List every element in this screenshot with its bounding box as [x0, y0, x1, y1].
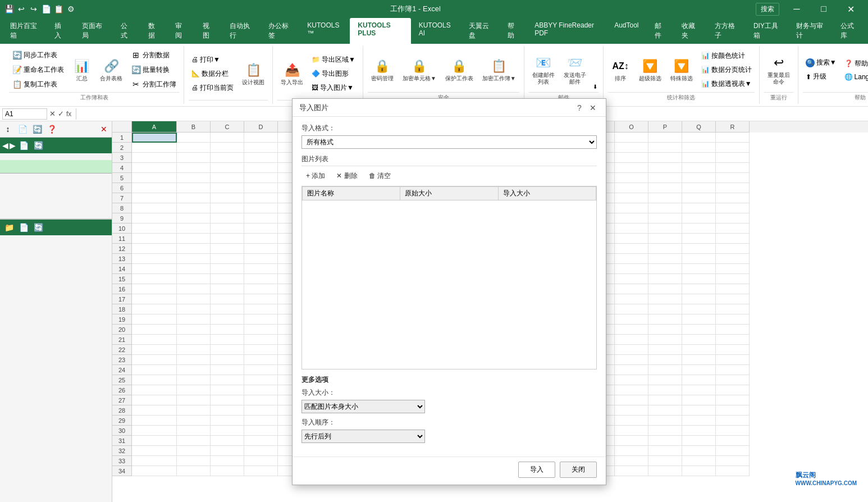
merge-table-button[interactable]: 🔗 合并表格 — [97, 55, 126, 84]
cell[interactable] — [177, 133, 211, 143]
cell[interactable] — [682, 395, 716, 405]
copy-sheet-button[interactable]: 📋 复制工作表 — [9, 77, 67, 91]
cell[interactable] — [132, 133, 177, 143]
tab-kutools-ai[interactable]: KUTOOLS AI — [411, 18, 461, 44]
clear-images-button[interactable]: 🗑 清空 — [364, 170, 395, 182]
import-format-select-wrapper[interactable]: 所有格式 — [301, 135, 597, 149]
cell[interactable] — [716, 395, 750, 405]
cell[interactable] — [244, 416, 278, 426]
tab-mail[interactable]: 邮件 — [647, 18, 674, 44]
cell[interactable] — [244, 436, 278, 446]
cell[interactable] — [211, 426, 244, 436]
tab-tianyiyun[interactable]: 天翼云盘 — [461, 18, 500, 44]
cell[interactable] — [682, 193, 716, 203]
lp-nav-left[interactable]: ◀ — [2, 141, 8, 150]
create-mail-button[interactable]: 📧 创建邮件列表 — [529, 52, 558, 88]
cell[interactable] — [211, 183, 244, 193]
cell[interactable] — [615, 355, 648, 365]
cell[interactable] — [244, 294, 278, 304]
cell[interactable] — [648, 385, 682, 395]
lp-b-icon1[interactable]: 📁 — [2, 221, 16, 234]
cell[interactable] — [211, 274, 244, 284]
cell[interactable] — [211, 153, 244, 163]
col-header-r[interactable]: R — [716, 121, 750, 133]
lp-b-icon2[interactable]: 📄 — [17, 221, 30, 234]
cell[interactable] — [648, 436, 682, 446]
cell[interactable] — [682, 173, 716, 183]
protect-sheet-button[interactable]: 🔒 保护工作表 — [442, 55, 477, 84]
sync-sheet-button[interactable]: 🔄 同步工作表 — [9, 48, 67, 62]
cell[interactable] — [132, 345, 177, 355]
function-icon[interactable]: fx — [66, 110, 71, 118]
cell[interactable] — [648, 375, 682, 385]
cell[interactable] — [648, 133, 682, 143]
summary-button[interactable]: 📊 汇总 — [69, 55, 94, 84]
cell[interactable] — [132, 213, 177, 223]
cell[interactable] — [716, 244, 750, 254]
cell[interactable] — [132, 416, 177, 426]
cell[interactable] — [132, 375, 177, 385]
dialog-help-button[interactable]: ? — [573, 102, 586, 114]
cell[interactable] — [648, 173, 682, 183]
cell[interactable] — [615, 325, 648, 335]
cell[interactable] — [716, 375, 750, 385]
tab-office-tag[interactable]: 办公标签 — [261, 18, 299, 44]
cell[interactable] — [244, 466, 278, 476]
cell[interactable] — [615, 314, 648, 325]
col-header-o[interactable]: O — [615, 121, 648, 133]
cell[interactable] — [211, 345, 244, 355]
password-mgr-button[interactable]: 🔒 密码管理 — [368, 55, 397, 84]
cell[interactable] — [682, 234, 716, 244]
lp-nav-icon1[interactable]: 📄 — [17, 139, 30, 152]
cell[interactable] — [716, 466, 750, 476]
cell[interactable] — [682, 163, 716, 173]
cell[interactable] — [132, 234, 177, 244]
cell[interactable] — [615, 375, 648, 385]
cell[interactable] — [716, 416, 750, 426]
cell[interactable] — [244, 304, 278, 314]
cell[interactable] — [244, 314, 278, 325]
cell[interactable] — [682, 436, 716, 446]
cell[interactable] — [132, 163, 177, 173]
cell[interactable] — [177, 365, 211, 375]
cell[interactable] — [211, 325, 244, 335]
cell[interactable] — [682, 426, 716, 436]
cell[interactable] — [132, 446, 177, 456]
print-current-button[interactable]: 🖨 打印当前页 — [189, 81, 236, 94]
cell[interactable] — [648, 355, 682, 365]
help-button[interactable]: ❓ 帮助▼ — [842, 57, 868, 70]
cell[interactable] — [177, 294, 211, 304]
lp-refresh-icon[interactable]: 🔄 — [30, 122, 44, 136]
cell[interactable] — [682, 314, 716, 325]
cell[interactable] — [716, 223, 750, 234]
cell[interactable] — [648, 345, 682, 355]
cell[interactable] — [177, 446, 211, 456]
cell[interactable] — [648, 254, 682, 264]
split-data-button[interactable]: ⊞ 分割数据 — [128, 48, 179, 62]
minimize-button[interactable]: ─ — [784, 0, 810, 18]
cell[interactable] — [244, 335, 278, 345]
col-header-q[interactable]: Q — [682, 121, 716, 133]
data-column-button[interactable]: 📐 数据分栏 — [189, 67, 236, 80]
cell[interactable] — [615, 143, 648, 153]
cell[interactable] — [244, 153, 278, 163]
col-header-a[interactable]: A — [132, 121, 177, 133]
cell[interactable] — [615, 466, 648, 476]
cell[interactable] — [682, 325, 716, 335]
tab-ffjz[interactable]: 方方格子 — [707, 18, 746, 44]
print-button[interactable]: 🖨 打印▼ — [189, 53, 236, 66]
cell[interactable] — [177, 244, 211, 254]
sort-button[interactable]: AZ↕ 排序 — [608, 55, 633, 84]
cell[interactable] — [177, 325, 211, 335]
cell[interactable] — [244, 264, 278, 274]
cell[interactable] — [177, 436, 211, 446]
cell[interactable] — [244, 193, 278, 203]
name-box[interactable] — [2, 108, 47, 120]
import-size-select[interactable]: 匹配图片本身大小 自定义大小 — [302, 400, 424, 413]
cell[interactable] — [132, 203, 177, 213]
save-icon[interactable]: 💾 — [4, 4, 13, 13]
cell[interactable] — [716, 456, 750, 466]
cell[interactable] — [615, 213, 648, 223]
cell[interactable] — [132, 294, 177, 304]
batch-convert-button[interactable]: 🔄 批量转换 — [128, 63, 179, 76]
